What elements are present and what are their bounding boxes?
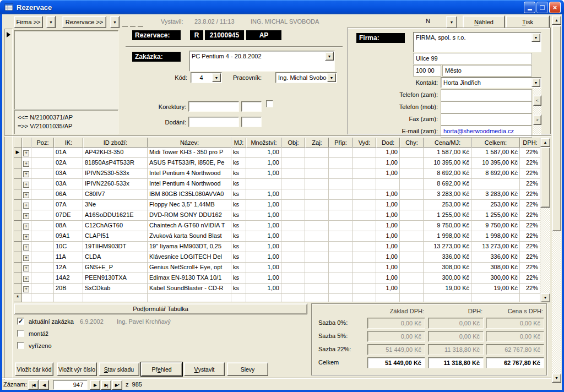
cell[interactable] <box>400 179 424 189</box>
firma-combo[interactable]: FIRMA, spol. s r.o. ▼ <box>413 32 541 52</box>
scroll-up-icon[interactable]: ▲ <box>540 138 550 147</box>
rezervace-type-field[interactable]: R <box>190 30 203 40</box>
cell[interactable] <box>305 168 329 179</box>
expand-button[interactable]: + <box>23 161 29 167</box>
cell[interactable]: 9 750,00 Kč <box>424 221 471 231</box>
cell[interactable]: ks <box>231 200 246 210</box>
new-record-button[interactable]: ▶* <box>112 380 122 390</box>
cell[interactable]: 253,00 Kč <box>471 200 520 210</box>
cell[interactable] <box>31 210 54 221</box>
expand-button[interactable]: + <box>23 171 29 177</box>
cell[interactable] <box>281 252 305 263</box>
record-selector-strip[interactable] <box>4 29 13 380</box>
rezervace-nav-dropdown-icon[interactable]: ▼ <box>110 16 120 28</box>
cell[interactable]: 13 273,00 Kč <box>471 242 520 252</box>
cell[interactable]: 22% <box>520 273 540 284</box>
cell[interactable]: 1,00 <box>376 189 400 200</box>
cell[interactable]: 22% <box>520 242 540 252</box>
row-selector[interactable] <box>14 252 22 263</box>
cell[interactable]: 06A <box>54 189 83 200</box>
cell[interactable] <box>31 158 54 168</box>
cell[interactable] <box>281 189 305 200</box>
cell[interactable]: 1,00 <box>376 242 400 252</box>
cell[interactable] <box>281 210 305 221</box>
cell[interactable]: 13 273,00 Kč <box>424 242 471 252</box>
cell[interactable] <box>31 231 54 242</box>
cell[interactable] <box>329 210 352 221</box>
cell[interactable]: 1 587,00 Kč <box>471 148 520 158</box>
stav-skladu-button[interactable]: Stav skladu <box>99 362 139 376</box>
firma-nav-dropdown-icon[interactable]: ▼ <box>46 16 56 28</box>
cell[interactable] <box>352 210 376 221</box>
vyrizeno-checkbox[interactable] <box>17 342 24 349</box>
scroll-thumb[interactable] <box>552 25 561 231</box>
cell[interactable] <box>352 221 376 231</box>
cell[interactable]: 11A <box>54 252 83 263</box>
montaz-checkbox[interactable] <box>17 330 24 337</box>
cell[interactable] <box>329 179 352 189</box>
cell[interactable]: 19TIIHM903DT <box>83 242 148 252</box>
slevy-button[interactable]: Slevy <box>227 362 268 376</box>
cell[interactable]: 336,00 Kč <box>471 252 520 263</box>
dodani-field-1[interactable] <box>188 117 239 127</box>
cell[interactable]: CLAPI51 <box>83 231 148 242</box>
cell[interactable] <box>400 210 424 221</box>
row-selector[interactable] <box>14 273 22 284</box>
column-header[interactable]: Vyd: <box>352 138 376 148</box>
cell[interactable] <box>305 294 329 302</box>
column-header[interactable]: ID zboží: <box>83 138 148 148</box>
firma-nav-button[interactable]: Firma >> <box>14 16 43 28</box>
cell[interactable]: 1,00 <box>376 273 400 284</box>
new-record-selector[interactable]: * <box>14 294 22 302</box>
firma-street-field[interactable]: Ulice 99 <box>413 53 532 64</box>
cell[interactable] <box>305 242 329 252</box>
cell[interactable] <box>352 158 376 168</box>
first-record-button[interactable]: |◀ <box>28 380 39 390</box>
cell[interactable] <box>329 148 352 158</box>
cell[interactable]: ks <box>231 168 246 179</box>
cell[interactable] <box>400 158 424 168</box>
cell[interactable] <box>352 200 376 210</box>
record-number-input[interactable]: 947 <box>53 380 88 390</box>
row-selector[interactable] <box>14 168 22 179</box>
cell[interactable]: 1 998,00 Kč <box>471 231 520 242</box>
cell[interactable] <box>281 148 305 158</box>
cell[interactable] <box>400 284 424 294</box>
pracovnik-combo[interactable]: Ing. Michal Svoboda ▼ <box>275 72 337 83</box>
vlozit-vyr-cislo-button[interactable]: Vložit výr číslo <box>57 362 97 376</box>
cell[interactable]: 1,00 <box>376 200 400 210</box>
cell[interactable]: AP42KH3-350 <box>83 148 148 158</box>
cell[interactable]: 1,00 <box>246 158 281 168</box>
cell[interactable]: 1,00 <box>246 200 281 210</box>
cell[interactable] <box>281 284 305 294</box>
cell[interactable]: 19,00 Kč <box>424 284 471 294</box>
cell[interactable]: Genius NetScroll+ Eye, opt <box>148 263 231 273</box>
cell[interactable] <box>352 231 376 242</box>
cell[interactable]: 10C <box>54 242 83 252</box>
cell[interactable]: 3Ne <box>83 200 148 210</box>
cell[interactable] <box>400 294 424 302</box>
expand-button[interactable]: + <box>23 213 29 219</box>
telefon-mob-field[interactable] <box>441 101 532 113</box>
cell[interactable] <box>281 263 305 273</box>
cell[interactable]: Zvuková karta Sound Blast <box>148 231 231 242</box>
expand-button[interactable]: + <box>23 192 29 198</box>
expand-button[interactable]: + <box>23 244 29 251</box>
row-selector[interactable]: ▶ <box>14 148 22 158</box>
scroll-thumb[interactable] <box>540 147 550 208</box>
expand-button[interactable]: + <box>23 265 29 271</box>
row-selector[interactable] <box>14 263 22 273</box>
row-selector[interactable] <box>14 158 22 168</box>
cell[interactable] <box>329 294 352 302</box>
cell[interactable] <box>352 242 376 252</box>
cell[interactable] <box>246 294 281 302</box>
cell[interactable]: PEEN9130TXA <box>83 273 148 284</box>
cell[interactable]: Kabel SoundBlaster - CD-R <box>148 284 231 294</box>
column-header[interactable]: Přip: <box>329 138 352 148</box>
cell[interactable]: 308,00 Kč <box>424 263 471 273</box>
cell[interactable]: ks <box>231 221 246 231</box>
cell[interactable] <box>305 200 329 210</box>
cell[interactable] <box>31 168 54 179</box>
cell[interactable] <box>352 263 376 273</box>
cell[interactable]: 19,00 Kč <box>471 284 520 294</box>
